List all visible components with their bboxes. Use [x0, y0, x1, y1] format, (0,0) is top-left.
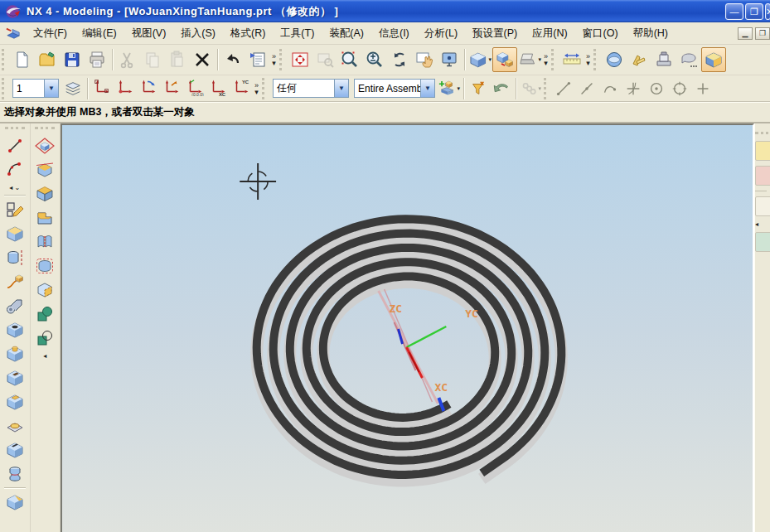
slot-button[interactable]: [2, 438, 27, 462]
chamfer-button[interactable]: [2, 490, 27, 514]
arc-button[interactable]: [2, 157, 27, 181]
zoom-in-out-button[interactable]: [362, 47, 387, 72]
menu-edit[interactable]: 编辑(E): [75, 24, 124, 43]
dock-overflow-arrow[interactable]: ◂: [755, 220, 758, 228]
shell-button[interactable]: [32, 206, 57, 230]
wcs-set-to-absolute-button[interactable]: (0,0,0): [183, 76, 206, 98]
selection-scope-combo[interactable]: Entire Assemb ▼: [354, 79, 435, 98]
menu-tools[interactable]: 工具(T): [273, 24, 322, 43]
title-bar[interactable]: NX 4 - Modeling - [WoJuanXingTanHuang.pr…: [0, 0, 770, 22]
snap-quadrant-button[interactable]: [668, 78, 691, 99]
interpart-link-button[interactable]: ▾: [519, 78, 542, 99]
dropdown-caret-icon[interactable]: ▾: [489, 56, 492, 63]
orient-view-button[interactable]: ▾: [467, 47, 492, 72]
menu-view[interactable]: 视图(V): [124, 24, 174, 43]
paste-button[interactable]: [165, 47, 190, 72]
open-in-window-button[interactable]: ▾: [517, 47, 542, 72]
selection-filter-dropdown[interactable]: ▼: [334, 80, 348, 97]
sketch-button[interactable]: [2, 197, 27, 221]
modeling-module-button[interactable]: [701, 47, 726, 72]
menu-help[interactable]: 帮助(H): [626, 24, 676, 43]
cut-button[interactable]: [115, 47, 140, 72]
snap-end-point-button[interactable]: [552, 78, 575, 99]
right-dock-button-3[interactable]: [755, 196, 770, 216]
add-existing-component-button[interactable]: ▾: [438, 78, 461, 99]
dropdown-caret-icon[interactable]: ▾: [539, 85, 542, 92]
assemblies-module-button[interactable]: [676, 47, 701, 72]
menu-information[interactable]: 信息(I): [371, 24, 417, 43]
emboss-button[interactable]: [2, 414, 27, 438]
menu-application[interactable]: 应用(N): [525, 24, 574, 43]
snap-mid-point-button[interactable]: [575, 78, 598, 99]
groove-button[interactable]: [2, 462, 27, 486]
delete-button[interactable]: [190, 47, 215, 72]
snap-arc-center-button[interactable]: [645, 78, 668, 99]
print-button[interactable]: [85, 47, 109, 72]
zoom-area-button[interactable]: [312, 47, 337, 72]
graphics-viewport[interactable]: ZC YC XC: [61, 123, 754, 532]
subtract-button[interactable]: [32, 326, 57, 350]
snap-point-button[interactable]: [691, 78, 714, 99]
dropdown-caret-icon[interactable]: ▾: [458, 85, 461, 92]
menu-format[interactable]: 格式(R): [223, 24, 273, 43]
object-display-button[interactable]: [245, 47, 270, 72]
undo-button[interactable]: [220, 47, 245, 72]
snap-point-on-curve-button[interactable]: [598, 78, 622, 99]
menu-assemblies[interactable]: 装配(A): [322, 24, 371, 43]
snap-intersection-button[interactable]: [622, 78, 645, 99]
pad-button[interactable]: [2, 389, 27, 414]
menu-file[interactable]: 文件(F): [26, 24, 75, 43]
maximize-button[interactable]: ❐: [745, 3, 763, 20]
shaded-display-button[interactable]: [437, 47, 462, 72]
hole-button[interactable]: [2, 317, 27, 341]
dropdown-caret-icon[interactable]: ▾: [539, 56, 542, 63]
datum-module-button[interactable]: [627, 47, 651, 72]
toolbar-overflow-button[interactable]: »▾: [542, 47, 550, 72]
thicken-button[interactable]: [32, 278, 57, 302]
close-button[interactable]: ✕: [765, 3, 770, 20]
wcs-display-xc-button[interactable]: XC: [206, 76, 230, 98]
sweep-along-guide-button[interactable]: [2, 269, 27, 293]
measure-distance-button[interactable]: [559, 47, 584, 72]
toolbar-overflow-button[interactable]: »▾: [270, 47, 278, 72]
work-layer-dropdown[interactable]: ▼: [44, 80, 58, 97]
wcs-dynamics-button[interactable]: [90, 76, 114, 98]
selection-filter-tool-button[interactable]: [467, 78, 490, 99]
work-layer-combo[interactable]: 1 ▼: [12, 79, 59, 98]
menu-window[interactable]: 窗口(O): [575, 24, 626, 43]
extrude-button[interactable]: [2, 221, 27, 245]
new-part-button[interactable]: [10, 47, 35, 72]
toolbar-overflow-button[interactable]: ◂ ⌄: [2, 181, 27, 193]
wcs-save-yc-button[interactable]: YC: [230, 76, 253, 98]
toolbar-overflow-button[interactable]: »▾: [253, 76, 260, 101]
boss-button[interactable]: [2, 341, 27, 365]
wcs-orient-button[interactable]: [160, 76, 183, 98]
add-component-button[interactable]: [492, 47, 517, 72]
sheet-metal-module-button[interactable]: [651, 47, 676, 72]
selection-filter-combo[interactable]: 任何 ▼: [273, 79, 349, 98]
cycle-selection-button[interactable]: [490, 78, 513, 99]
right-dock-button-4[interactable]: [755, 232, 770, 252]
menu-analysis[interactable]: 分析(L): [417, 24, 465, 43]
trim-body-button[interactable]: [32, 157, 57, 181]
save-button[interactable]: [60, 47, 85, 72]
zoom-button[interactable]: [337, 47, 362, 72]
right-dock-button-1[interactable]: [755, 141, 770, 161]
wcs-rotate-button[interactable]: [137, 76, 160, 98]
wcs-origin-button[interactable]: [114, 76, 137, 98]
child-window-icon[interactable]: [4, 26, 22, 41]
tube-button[interactable]: [2, 293, 27, 317]
toolbar-overflow-button[interactable]: ◂: [32, 350, 57, 361]
sew-button[interactable]: [32, 230, 57, 254]
menu-preferences[interactable]: 预设置(P): [465, 24, 525, 43]
menu-insert[interactable]: 插入(S): [173, 24, 223, 43]
right-dock-button-2[interactable]: [755, 166, 770, 186]
layer-settings-button[interactable]: [61, 78, 85, 99]
pan-view-button[interactable]: [412, 47, 437, 72]
line-button[interactable]: [2, 133, 27, 157]
fit-view-button[interactable]: [288, 47, 312, 72]
datum-plane-button[interactable]: [32, 133, 57, 157]
child-restore-button[interactable]: ❐: [755, 27, 770, 40]
unite-button[interactable]: [32, 302, 57, 326]
rotate-view-button[interactable]: [387, 47, 412, 72]
